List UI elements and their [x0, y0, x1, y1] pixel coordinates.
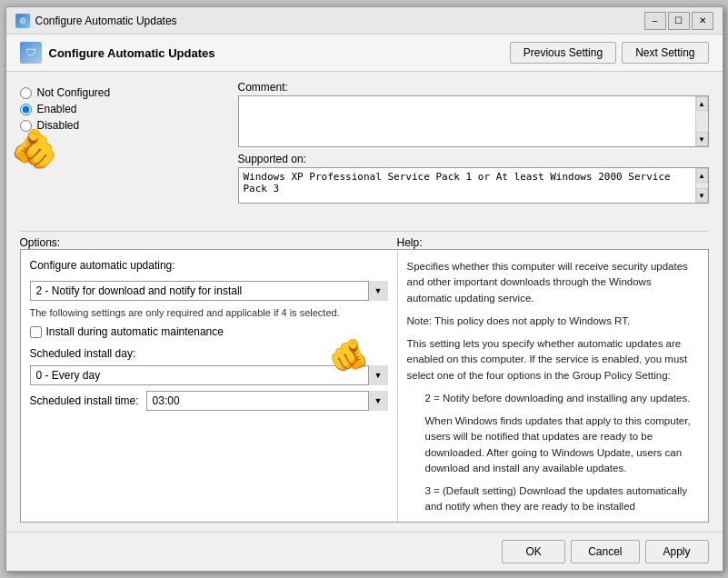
update-mode-dropdown[interactable]: 2 - Notify for download and notify for i… — [30, 281, 388, 301]
ok-button[interactable]: OK — [502, 540, 565, 563]
comment-section: Comment: ▲ ▼ — [238, 81, 709, 147]
install-maintenance-label: Install during automatic maintenance — [46, 325, 224, 338]
window-title: Configure Automatic Updates — [35, 15, 177, 27]
supported-scroll-down[interactable]: ▼ — [696, 188, 708, 203]
main-panels: Configure automatic updating: 2 - Notify… — [20, 249, 709, 523]
options-section-label: Options: — [20, 236, 397, 249]
header-title: Configure Automatic Updates — [49, 46, 215, 60]
apply-button[interactable]: Apply — [645, 540, 709, 563]
header-icon: 🛡 — [20, 42, 42, 64]
comment-scroll-up[interactable]: ▲ — [696, 96, 708, 111]
update-mode-dropdown-wrapper: 2 - Notify for download and notify for i… — [30, 281, 388, 301]
scheduled-day-dropdown[interactable]: 0 - Every day 1 - Every Sunday 2 - Every… — [30, 365, 388, 385]
comment-scroll-down[interactable]: ▼ — [696, 132, 708, 146]
radio-section: Not Configured Enabled Disabled 🫵 — [20, 81, 229, 231]
disabled-radio[interactable] — [20, 120, 32, 132]
install-maintenance-checkbox[interactable] — [30, 326, 42, 338]
comment-textarea[interactable] — [239, 96, 695, 146]
options-panel: Configure automatic updating: 2 - Notify… — [21, 250, 398, 522]
help-para-6: 3 = (Default setting) Download the updat… — [425, 483, 699, 515]
next-setting-button[interactable]: Next Setting — [622, 42, 708, 64]
options-note: The following settings are only required… — [30, 306, 388, 320]
scheduled-day-label: Scheduled install day: — [30, 347, 388, 360]
help-para-3: This setting lets you specify whether au… — [407, 336, 699, 384]
title-bar: ⚙ Configure Automatic Updates – ☐ ✕ — [6, 7, 723, 35]
time-dropdown-wrapper: 00:00 01:00 02:00 03:00 04:00 05:00 ▼ — [146, 391, 388, 411]
help-section-label: Help: — [397, 236, 423, 249]
scheduled-time-dropdown[interactable]: 00:00 01:00 02:00 03:00 04:00 05:00 — [146, 391, 388, 411]
hand-cursor-icon: 🫵 — [11, 126, 58, 171]
configure-automatic-updates-window: ⚙ Configure Automatic Updates – ☐ ✕ 🛡 Co… — [5, 6, 723, 572]
comment-label: Comment: — [238, 81, 709, 94]
scheduled-day-dropdown-wrapper: 0 - Every day 1 - Every Sunday 2 - Every… — [30, 365, 388, 385]
scheduled-time-row: Scheduled install time: 00:00 01:00 02:0… — [30, 391, 388, 411]
minimize-button[interactable]: – — [644, 12, 666, 30]
previous-setting-button[interactable]: Previous Setting — [510, 42, 616, 64]
close-button[interactable]: ✕ — [692, 12, 713, 30]
supported-textarea: Windows XP Professional Service Pack 1 o… — [239, 168, 695, 203]
supported-scroll-up[interactable]: ▲ — [696, 168, 708, 183]
supported-label: Supported on: — [238, 153, 709, 165]
cancel-button[interactable]: Cancel — [571, 540, 639, 563]
maximize-button[interactable]: ☐ — [668, 12, 690, 30]
enabled-label: Enabled — [37, 103, 77, 115]
not-configured-radio[interactable] — [20, 87, 32, 99]
help-panel: Specifies whether this computer will rec… — [398, 250, 708, 522]
help-para-5: When Windows finds updates that apply to… — [425, 414, 699, 476]
content-area: Not Configured Enabled Disabled 🫵 Commen… — [6, 72, 723, 532]
scheduled-time-label: Scheduled install time: — [30, 394, 139, 407]
disabled-label: Disabled — [37, 119, 80, 132]
help-para-1: Specifies whether this computer will rec… — [407, 259, 699, 306]
dialog-header: 🛡 Configure Automatic Updates Previous S… — [6, 35, 723, 72]
not-configured-label: Not Configured — [37, 86, 111, 99]
window-icon: ⚙ — [15, 14, 30, 28]
enabled-radio[interactable] — [20, 104, 32, 115]
help-para-4: 2 = Notify before downloading and instal… — [425, 391, 699, 406]
footer-bar: OK Cancel Apply — [6, 532, 723, 571]
configure-label: Configure automatic updating: — [30, 259, 388, 272]
window-controls: – ☐ ✕ — [644, 12, 713, 30]
help-para-2: Note: This policy does not apply to Wind… — [407, 314, 699, 329]
supported-section: Supported on: Windows XP Professional Se… — [238, 153, 709, 204]
install-maintenance-row: Install during automatic maintenance — [30, 325, 388, 338]
